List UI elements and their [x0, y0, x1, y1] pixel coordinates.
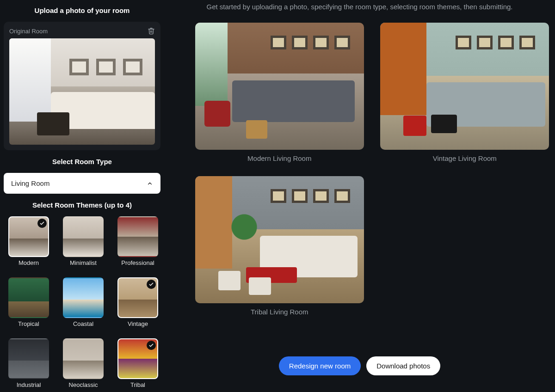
result-caption: Modern Living Room — [247, 154, 311, 162]
theme-option-industrial[interactable]: Industrial — [8, 338, 49, 388]
theme-option-tribal[interactable]: Tribal — [117, 338, 158, 388]
theme-thumbnail[interactable] — [63, 338, 104, 379]
check-icon — [147, 341, 156, 350]
upload-title: Upload a photo of your room — [4, 6, 160, 14]
result-item: Vintage Living Room — [380, 23, 550, 162]
result-caption: Tribal Living Room — [251, 308, 308, 316]
result-item: Modern Living Room — [195, 23, 364, 162]
theme-option-modern[interactable]: Modern — [8, 216, 49, 266]
theme-option-vintage[interactable]: Vintage — [117, 277, 158, 327]
result-item: Tribal Living Room — [195, 176, 364, 316]
theme-thumbnail[interactable] — [8, 338, 49, 379]
theme-label: Coastal — [73, 320, 93, 327]
uploaded-room-image[interactable] — [9, 38, 155, 145]
theme-option-tropical[interactable]: Tropical — [8, 277, 49, 327]
theme-label: Tropical — [18, 320, 39, 327]
result-image[interactable] — [380, 23, 549, 150]
theme-label: Industrial — [17, 381, 41, 388]
check-icon — [147, 280, 156, 289]
upload-card: Original Room — [4, 22, 160, 150]
theme-thumbnail[interactable] — [63, 277, 104, 318]
result-caption: Vintage Living Room — [433, 154, 497, 162]
theme-label: Tribal — [130, 381, 145, 388]
room-type-select[interactable]: Living Room — [4, 173, 160, 194]
theme-thumbnail[interactable] — [8, 277, 49, 318]
chevron-up-icon — [147, 180, 153, 187]
result-image[interactable] — [195, 176, 364, 303]
theme-thumbnail[interactable] — [63, 216, 104, 257]
theme-option-professional[interactable]: Professional — [117, 216, 158, 266]
theme-label: Vintage — [128, 320, 148, 327]
instruction-text: Get started by uploading a photo, specif… — [166, 3, 553, 11]
theme-label: Neoclassic — [69, 381, 98, 388]
theme-label: Modern — [18, 259, 39, 266]
theme-label: Minimalist — [70, 259, 97, 266]
theme-label: Professional — [121, 259, 154, 266]
theme-thumbnail[interactable] — [117, 277, 158, 318]
download-button[interactable]: Download photos — [366, 356, 440, 375]
result-image[interactable] — [195, 23, 364, 150]
theme-option-neoclassic[interactable]: Neoclassic — [63, 338, 104, 388]
main-panel: Get started by uploading a photo, specif… — [164, 0, 555, 392]
theme-thumbnail[interactable] — [117, 338, 158, 379]
theme-option-minimalist[interactable]: Minimalist — [63, 216, 104, 266]
themes-title: Select Room Themes (up to 4) — [4, 201, 160, 209]
trash-icon[interactable] — [148, 27, 155, 35]
redesign-button[interactable]: Redesign new room — [279, 356, 361, 375]
check-icon — [37, 219, 47, 228]
theme-grid: ModernMinimalistProfessionalTropicalCoas… — [4, 216, 160, 388]
action-bar: Redesign new room Download photos — [164, 356, 555, 375]
original-room-label: Original Room — [9, 28, 48, 35]
results-grid: Modern Living RoomVintage Living RoomTri… — [166, 23, 553, 316]
theme-thumbnail[interactable] — [8, 216, 49, 257]
theme-option-coastal[interactable]: Coastal — [63, 277, 104, 327]
theme-thumbnail[interactable] — [117, 216, 158, 257]
room-type-value: Living Room — [11, 179, 49, 187]
sidebar: Upload a photo of your room Original Roo… — [0, 0, 164, 392]
room-type-title: Select Room Type — [4, 158, 160, 165]
